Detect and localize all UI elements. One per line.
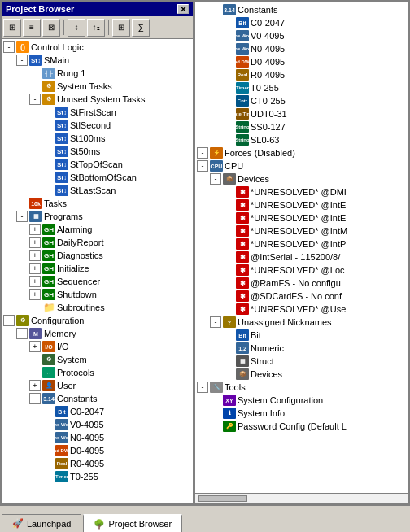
tree-item-shutdown[interactable]: + GH Shutdown	[2, 288, 193, 301]
tree-item-n0[interactable]: Uns Word N0-4095	[2, 431, 193, 444]
tree-item-io[interactable]: + I/O I/O	[2, 340, 193, 353]
r-tree-item-sysconfig[interactable]: XY System Configuration	[195, 394, 408, 407]
tree-item-stsecond[interactable]: St↕ StlSecond	[2, 119, 193, 132]
r-tree-item-udt0[interactable]: Date Time UDT0-31	[195, 107, 408, 120]
tree-item-stbottom[interactable]: St↕ StBottomOfScan	[2, 171, 193, 184]
toolbar-btn-3[interactable]: ⊠	[42, 19, 60, 37]
r-expand-tools[interactable]: -	[197, 382, 208, 393]
tree-item-rung1[interactable]: ┤├ Rung 1	[2, 67, 193, 80]
tree-item-stfirstscan[interactable]: St↕ StFirstScan	[2, 106, 193, 119]
r-tree-item-unres2[interactable]: ✱ *UNRESOLVED* @IntE	[195, 198, 408, 211]
r-tree-item-devices-nick[interactable]: 📦 Devices	[195, 368, 408, 381]
expand-configuration[interactable]: -	[3, 315, 15, 326]
toolbar-btn-6[interactable]: ⊞	[112, 19, 130, 37]
expand-shutdown[interactable]: +	[29, 289, 41, 300]
tab-project-browser[interactable]: 🌳 Project Browser	[83, 514, 182, 532]
r-tree-item-d0[interactable]: Sgnd DWord D0-4095	[195, 55, 408, 68]
r-tree-item-sdcard[interactable]: ✱ @SDCardFS - No conf	[195, 290, 408, 303]
tree-item-c0[interactable]: Bit C0-2047	[2, 405, 193, 418]
r-expand-cpu[interactable]: -	[197, 160, 208, 172]
tree-item-smain[interactable]: - St↕ SMain	[2, 54, 193, 67]
right-tree[interactable]: 3.14 Constants Bit C0-2047 Uns Word V0-4…	[195, 2, 408, 493]
horizontal-scrollbar[interactable]	[195, 493, 408, 503]
expand-control-logic[interactable]: -	[3, 41, 15, 53]
tree-item-protocols[interactable]: ↔ Protocols	[2, 366, 193, 379]
r-tree-item-unres4[interactable]: ✱ *UNRESOLVED* @IntM	[195, 225, 408, 238]
expand-sequencer[interactable]: +	[29, 276, 41, 287]
r-expand-forces[interactable]: -	[197, 147, 208, 159]
r-tree-item-forces[interactable]: - ⚡ Forces (Disabled)	[195, 146, 408, 159]
expand-constants[interactable]: -	[29, 393, 41, 404]
r-tree-item-bit-nick[interactable]: Bit Bit	[195, 329, 408, 342]
tree-item-sequencer[interactable]: + GH Sequencer	[2, 275, 193, 288]
r-tree-item-r0[interactable]: Real R0-4095	[195, 68, 408, 81]
tree-item-unused-system-tasks[interactable]: - ⚙ Unused System Tasks	[2, 93, 193, 106]
expand-user[interactable]: +	[29, 380, 41, 391]
r-tree-item-struct[interactable]: ▦ Struct	[195, 355, 408, 368]
r-tree-item-pwdconfig[interactable]: 🔑 Password Config (Default L	[195, 420, 408, 433]
tree-item-dailyreport[interactable]: + GH DailyReport	[2, 236, 193, 249]
tree-item-alarming[interactable]: + GH Alarming	[2, 223, 193, 236]
toolbar-btn-4[interactable]: ↕	[68, 19, 85, 37]
r-tree-item-unres1[interactable]: ✱ *UNRESOLVED* @DMI	[195, 185, 408, 198]
tree-item-memory[interactable]: - M Memory	[2, 327, 193, 340]
tab-launchpad[interactable]: 🚀 Launchpad	[2, 514, 81, 532]
tree-item-user[interactable]: + 👤 User	[2, 379, 193, 392]
r-tree-item-intserial[interactable]: ✱ @IntSerial - 115200/8/	[195, 251, 408, 264]
r-tree-item-tools[interactable]: - 🔧 Tools	[195, 381, 408, 394]
expand-alarming[interactable]: +	[29, 224, 41, 235]
expand-dailyreport[interactable]: +	[29, 237, 41, 248]
r-tree-item-numeric[interactable]: 1,2 Numeric	[195, 342, 408, 355]
expand-memory[interactable]: -	[16, 328, 28, 339]
tree-item-diagnostics[interactable]: + GH Diagnostics	[2, 249, 193, 262]
close-button[interactable]: ✕	[177, 4, 189, 14]
tree-item-system-tasks[interactable]: ⚙ System Tasks	[2, 80, 193, 93]
tree-item-v0[interactable]: Uns Word V0-4095	[2, 418, 193, 431]
r-tree-item-c0[interactable]: Bit C0-2047	[195, 16, 408, 29]
toolbar-btn-5[interactable]: ↑₂	[87, 19, 105, 37]
r-tree-item-ss0[interactable]: String SS0-127	[195, 120, 408, 133]
tree-item-r0[interactable]: Real R0-4095	[2, 457, 193, 470]
expand-programs[interactable]: -	[16, 211, 28, 222]
tree-item-constants[interactable]: - 3.14 Constants	[2, 392, 193, 405]
r-tree-item-t0[interactable]: Timer T0-255	[195, 81, 408, 94]
r-expand-devices[interactable]: -	[210, 173, 221, 185]
tree-item-initialize[interactable]: + GH Initialize	[2, 262, 193, 275]
r-tree-item-ct0[interactable]: Cntr CT0-255	[195, 94, 408, 107]
tree-item-t0[interactable]: Timer T0-255	[2, 470, 193, 483]
r-tree-item-n0[interactable]: Uns Word N0-4095	[195, 42, 408, 55]
r-tree-item-sysinfo[interactable]: ℹ System Info	[195, 407, 408, 420]
left-tree[interactable]: - () Control Logic - St↕ SMain ┤├ Rung 1…	[2, 39, 193, 503]
r-tree-item-unres5[interactable]: ✱ *UNRESOLVED* @IntP	[195, 238, 408, 251]
r-tree-item-unres3[interactable]: ✱ *UNRESOLVED* @IntE	[195, 211, 408, 225]
r-tree-item-devices[interactable]: - 📦 Devices	[195, 172, 408, 185]
r-tree-item-unres7[interactable]: ✱ *UNRESOLVED* @Use	[195, 303, 408, 316]
tree-item-stlast[interactable]: St↕ StLastScan	[2, 184, 193, 197]
expand-initialize[interactable]: +	[29, 263, 41, 274]
tree-item-sttop[interactable]: St↕ StTopOfScan	[2, 158, 193, 171]
tree-item-control-logic[interactable]: - () Control Logic	[2, 41, 193, 54]
r-tree-item-unres6[interactable]: ✱ *UNRESOLVED* @Loc	[195, 264, 408, 277]
tree-item-programs[interactable]: - ▦ Programs	[2, 210, 193, 223]
toolbar-btn-7[interactable]: ∑	[132, 19, 150, 37]
expand-smain[interactable]: -	[16, 55, 28, 66]
r-tree-item-constants[interactable]: 3.14 Constants	[195, 3, 408, 16]
tree-item-configuration[interactable]: - ⚙ Configuration	[2, 314, 193, 327]
r-expand-unassigned[interactable]: -	[210, 316, 221, 328]
expand-diagnostics[interactable]: +	[29, 250, 41, 261]
tree-item-tasks[interactable]: 16k Tasks	[2, 197, 193, 210]
toolbar-btn-1[interactable]: ⊞	[3, 19, 21, 37]
expand-io[interactable]: +	[29, 341, 41, 352]
r-tree-item-sl0[interactable]: String SL0-63	[195, 133, 408, 146]
tree-item-system[interactable]: ⚙ System	[2, 353, 193, 366]
tree-item-st50ms[interactable]: St↕ St50ms	[2, 145, 193, 158]
r-tree-item-cpu[interactable]: - CPU CPU	[195, 159, 408, 172]
tree-item-subroutines[interactable]: 📁 Subroutines	[2, 301, 193, 314]
toolbar-btn-2[interactable]: ≡	[23, 19, 41, 37]
tree-item-d0[interactable]: Sgnd DWord D0-4095	[2, 444, 193, 457]
expand-unused[interactable]: -	[29, 94, 41, 105]
r-tree-item-ramfs[interactable]: ✱ @RamFS - No configu	[195, 277, 408, 290]
tree-item-st100ms[interactable]: St↕ St100ms	[2, 132, 193, 145]
r-tree-item-v0[interactable]: Uns Word V0-4095	[195, 29, 408, 42]
r-tree-item-unassigned[interactable]: - ? Unassigned Nicknames	[195, 316, 408, 329]
